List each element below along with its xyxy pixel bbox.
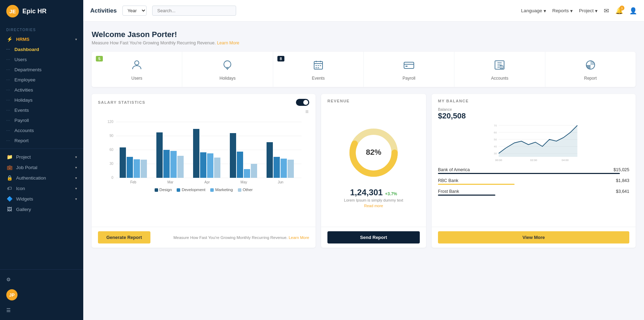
svg-rect-37 <box>267 142 273 178</box>
sidebar-item-activities[interactable]: ··· Activities <box>0 85 83 95</box>
revenue-donut-chart: 82% <box>346 125 402 181</box>
bank-amount-1: $15,025 <box>614 167 629 172</box>
balance-card: MY BALANCE Balance $20,508 70 <box>432 94 636 248</box>
project-dropdown[interactable]: Project ▾ <box>579 8 597 14</box>
icon-icon: 🏷 <box>6 186 13 191</box>
accounts-widget-icon <box>494 59 505 73</box>
welcome-learn-more-link[interactable]: Learn More <box>217 41 239 45</box>
svg-text:30: 30 <box>494 152 497 155</box>
revenue-card-footer: Send Report <box>321 227 426 248</box>
svg-rect-20 <box>141 160 147 178</box>
sidebar-divider <box>0 148 83 149</box>
widget-payroll[interactable]: Payroll <box>364 52 454 87</box>
reports-dropdown[interactable]: Reports ▾ <box>552 8 573 14</box>
sidebar-item-report[interactable]: ··· Report <box>0 136 83 146</box>
users-widget-label: Users <box>131 76 142 81</box>
bank-row-2: RBC Bank $1,843 <box>438 176 629 185</box>
send-report-button[interactable]: Send Report <box>327 231 420 243</box>
salary-card-footer: Generate Report Measure How Fast You're … <box>92 227 316 248</box>
svg-text:82%: 82% <box>366 148 381 157</box>
sidebar-item-employee[interactable]: ··· Employee <box>0 75 83 85</box>
svg-text:02:00: 02:00 <box>530 159 537 162</box>
generate-report-button[interactable]: Generate Report <box>98 231 150 243</box>
sidebar-item-payroll[interactable]: ··· Payroll <box>0 115 83 125</box>
salary-menu-icon[interactable]: ≡ <box>305 109 309 115</box>
mail-icon-button[interactable]: ✉ <box>604 7 609 15</box>
svg-text:40: 40 <box>494 145 497 148</box>
sidebar-item-dashboard[interactable]: ··· Dashboard <box>0 44 83 54</box>
svg-text:60: 60 <box>494 131 497 134</box>
sidebar-settings[interactable]: ⚙ <box>0 273 83 286</box>
sidebar-item-departments[interactable]: ··· Departments <box>0 65 83 75</box>
language-dropdown[interactable]: Language ▾ <box>521 8 546 14</box>
main-area: Activities Year Language ▾ Reports ▾ Pro… <box>83 0 644 320</box>
view-more-button[interactable]: View More <box>438 231 629 243</box>
svg-rect-34 <box>244 169 250 178</box>
svg-rect-18 <box>127 157 133 178</box>
bank-bar-3 <box>438 195 495 196</box>
sidebar-item-widgets[interactable]: 🔷 Widgets ▾ <box>0 194 83 204</box>
sidebar-logo[interactable]: JE Epic HR <box>0 0 83 22</box>
sidebar-user-avatar[interactable]: JP <box>0 286 83 304</box>
sidebar-item-authentication[interactable]: 🔒 Authentication ▾ <box>0 173 83 183</box>
salary-card-body: ≡ 120 90 60 30 0 <box>92 106 316 227</box>
svg-point-0 <box>135 61 139 65</box>
hrms-icon: ⚡ <box>6 36 13 42</box>
accounts-widget-label: Accounts <box>491 76 508 81</box>
svg-rect-17 <box>120 147 126 178</box>
notifications-icon-button[interactable]: 🔔 1 <box>615 7 623 15</box>
language-chevron-icon: ▾ <box>544 8 546 14</box>
notification-badge: 1 <box>620 6 624 10</box>
svg-text:May: May <box>241 180 247 184</box>
svg-rect-24 <box>170 151 177 178</box>
balance-line-chart: 70 60 50 40 30 00:00 02:00 04:00 <box>438 122 629 164</box>
svg-text:120: 120 <box>107 120 113 124</box>
svg-text:90: 90 <box>109 134 114 138</box>
widget-users[interactable]: 5 Users <box>92 52 182 87</box>
sidebar-hamburger[interactable]: ☰ <box>0 304 83 317</box>
logo-icon: JE <box>6 5 19 17</box>
salary-learn-more-link[interactable]: Learn More <box>289 235 309 240</box>
widget-accounts[interactable]: Accounts <box>454 52 545 87</box>
users-badge: 5 <box>96 56 103 61</box>
search-input[interactable] <box>152 6 236 16</box>
report-widget-icon <box>585 59 596 73</box>
sidebar-item-users[interactable]: ··· Users <box>0 54 83 65</box>
events-badge: 8 <box>277 56 284 61</box>
widget-events[interactable]: 8 Events <box>273 52 364 87</box>
revenue-value: 1,24,301 +3.7% <box>350 188 397 197</box>
revenue-read-more-link[interactable]: Read more <box>364 204 383 208</box>
bank-name-3: Frost Bank <box>438 189 459 194</box>
sidebar-item-events[interactable]: ··· Events <box>0 105 83 115</box>
sidebar-item-job-portal[interactable]: 💼 Job Portal ▾ <box>0 162 83 173</box>
bank-bar-1 <box>438 173 620 174</box>
svg-rect-35 <box>251 164 257 178</box>
svg-text:0: 0 <box>111 176 113 180</box>
svg-text:00:00: 00:00 <box>495 159 502 162</box>
bank-row-3: Frost Bank $3,641 <box>438 187 629 196</box>
report-widget-label: Report <box>584 76 597 81</box>
sidebar-item-gallery[interactable]: 🖼 Gallery <box>0 204 83 214</box>
salary-toggle[interactable] <box>296 99 309 106</box>
svg-rect-29 <box>207 153 213 178</box>
events-widget-icon <box>313 59 324 73</box>
svg-rect-2 <box>404 62 414 68</box>
balance-card-header: MY BALANCE <box>432 94 636 103</box>
widget-report[interactable]: Report <box>545 52 636 87</box>
sidebar-section-directories: DIRECTORIES <box>0 22 83 34</box>
sidebar-item-holidays[interactable]: ··· Holidays <box>0 95 83 105</box>
widget-holidays[interactable]: Holidays <box>182 52 273 87</box>
sidebar-item-accounts[interactable]: ··· Accounts <box>0 125 83 136</box>
sidebar-item-icon[interactable]: 🏷 Icon ▾ <box>0 183 83 194</box>
bank-name-1: Bank of America <box>438 167 470 172</box>
authentication-icon: 🔒 <box>6 175 13 181</box>
svg-rect-40 <box>288 160 294 178</box>
svg-rect-23 <box>163 150 170 178</box>
user-icon-button[interactable]: 👤 <box>629 7 637 15</box>
year-select[interactable]: Year <box>122 6 147 16</box>
sidebar-item-project[interactable]: 📁 Project ▾ <box>0 152 83 162</box>
sidebar-item-hrms[interactable]: ⚡ HRMS ▾ <box>0 34 83 44</box>
gallery-icon: 🖼 <box>6 206 13 212</box>
app-name: Epic HR <box>22 8 47 15</box>
events-widget-label: Events <box>312 76 325 81</box>
